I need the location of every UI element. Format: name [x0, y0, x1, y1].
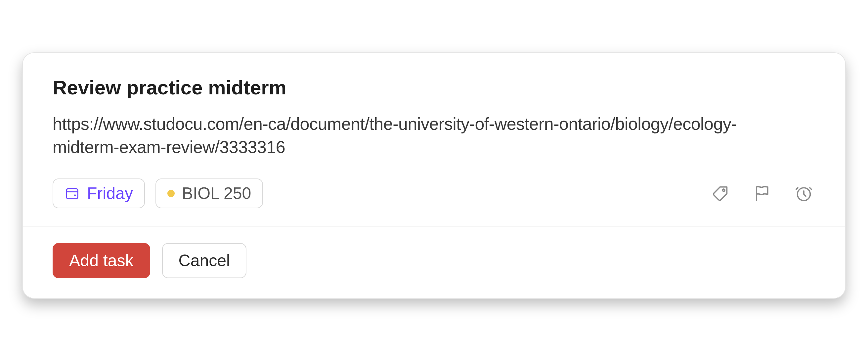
tag-icon: [711, 184, 730, 203]
reminder-button[interactable]: [792, 182, 815, 205]
add-task-button[interactable]: Add task: [53, 243, 150, 278]
flag-icon: [752, 184, 772, 203]
svg-point-2: [74, 194, 76, 196]
task-description-input[interactable]: https://www.studocu.com/en-ca/document/t…: [53, 112, 747, 158]
card-bottom: Add task Cancel: [23, 227, 845, 298]
due-date-label: Friday: [87, 185, 133, 202]
add-task-card: Review practice midterm https://www.stud…: [22, 52, 846, 299]
project-color-dot: [167, 190, 175, 197]
project-pill[interactable]: BIOL 250: [155, 178, 263, 208]
alarm-icon: [794, 184, 813, 203]
task-title-input[interactable]: Review practice midterm: [53, 76, 815, 99]
due-date-pill[interactable]: Friday: [53, 178, 145, 208]
project-label: BIOL 250: [182, 185, 251, 202]
pills-row: Friday BIOL 250: [53, 178, 815, 208]
svg-rect-0: [66, 189, 78, 199]
card-top: Review practice midterm https://www.stud…: [23, 53, 845, 227]
svg-point-3: [722, 189, 725, 192]
cancel-button[interactable]: Cancel: [162, 243, 247, 278]
calendar-icon: [64, 186, 80, 201]
priority-button[interactable]: [750, 182, 774, 205]
label-button[interactable]: [709, 182, 732, 205]
